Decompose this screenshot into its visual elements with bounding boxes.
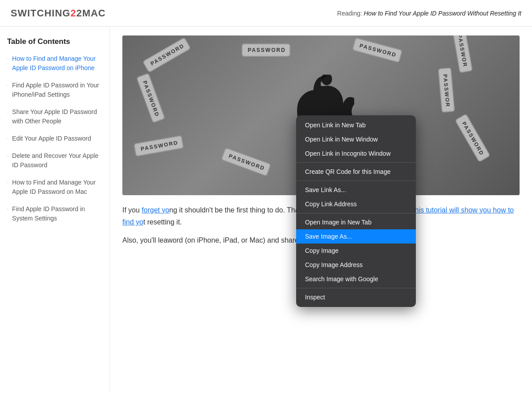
context-menu: Open Link in New TabOpen Link in New Win… bbox=[296, 115, 416, 307]
password-sign-5: PASSWORD bbox=[133, 135, 184, 157]
context-menu-item-cm-6[interactable]: Copy Link Address bbox=[296, 197, 416, 211]
main-layout: Table of Contents ·How to Find and Manag… bbox=[0, 27, 532, 393]
sidebar: Table of Contents ·How to Find and Manag… bbox=[0, 27, 110, 393]
toc-item-item-1: ·How to Find and Manage Your Apple ID Pa… bbox=[7, 54, 102, 73]
context-menu-item-cm-9[interactable]: Copy Image bbox=[296, 244, 416, 258]
context-menu-item-cm-8[interactable]: Save Image As... bbox=[296, 229, 416, 244]
toc-link-item-2[interactable]: Find Apple ID Password in Your iPhone/iP… bbox=[12, 81, 102, 99]
article-link-1[interactable]: forget yo bbox=[142, 206, 169, 214]
content-area: PASSWORDPASSWORDPASSWORDPASSWORPASSWORDP… bbox=[110, 27, 532, 393]
password-sign-1: PASSWORD bbox=[242, 43, 290, 57]
context-menu-separator bbox=[296, 181, 416, 181]
toc-item-item-2: ·Find Apple ID Password in Your iPhone/i… bbox=[7, 81, 102, 99]
toc-item-item-6: ·How to Find and Manage Your Apple ID Pa… bbox=[7, 178, 102, 196]
password-sign-0: PASSWORD bbox=[142, 37, 191, 73]
toc-bullet: · bbox=[7, 179, 8, 185]
context-menu-item-cm-1[interactable]: Open Link in New Tab bbox=[296, 118, 416, 132]
toc-item-item-5: ·Delete and Recover Your Apple ID Passwo… bbox=[7, 151, 102, 170]
context-menu-item-cm-5[interactable]: Save Link As... bbox=[296, 183, 416, 197]
reading-title: How to Find Your Apple ID Password Witho… bbox=[364, 10, 522, 17]
toc-title: Table of Contents bbox=[7, 37, 102, 46]
context-menu-item-cm-12[interactable]: Inspect bbox=[296, 290, 416, 304]
toc-bullet: · bbox=[7, 109, 8, 115]
password-sign-8: PASSWORD bbox=[454, 114, 490, 162]
toc-bullet: · bbox=[7, 206, 8, 212]
password-sign-6: PASSWORD bbox=[221, 147, 271, 177]
toc-list: ·How to Find and Manage Your Apple ID Pa… bbox=[7, 54, 102, 223]
toc-link-item-6[interactable]: How to Find and Manage Your Apple ID Pas… bbox=[12, 178, 102, 196]
site-logo[interactable]: SWITCHING22MAC bbox=[11, 8, 106, 19]
toc-link-item-3[interactable]: Share Your Apple ID Password with Other … bbox=[12, 107, 102, 126]
toc-item-item-4: ·Edit Your Apple ID Password bbox=[7, 134, 102, 143]
context-menu-item-cm-4[interactable]: Create QR Code for this Image bbox=[296, 165, 416, 179]
context-menu-item-cm-2[interactable]: Open Link in New Window bbox=[296, 132, 416, 146]
toc-bullet: · bbox=[7, 153, 8, 159]
toc-link-item-1[interactable]: How to Find and Manage Your Apple ID Pas… bbox=[12, 54, 102, 73]
context-menu-separator bbox=[296, 213, 416, 213]
toc-bullet: · bbox=[7, 82, 8, 88]
toc-link-item-7[interactable]: Find Apple ID Password in System Setting… bbox=[12, 204, 102, 223]
svg-point-0 bbox=[321, 75, 332, 85]
context-menu-item-cm-3[interactable]: Open Link in Incognito Window bbox=[296, 146, 416, 161]
context-menu-item-cm-10[interactable]: Copy Image Address bbox=[296, 258, 416, 272]
header: SWITCHING22MAC Reading: How to Find Your… bbox=[0, 0, 532, 27]
context-menu-separator bbox=[296, 288, 416, 288]
password-sign-4: PASSWORD bbox=[136, 73, 165, 123]
context-menu-item-cm-7[interactable]: Open Image in New Tab bbox=[296, 215, 416, 229]
reading-label: Reading: How to Find Your Apple ID Passw… bbox=[337, 10, 521, 17]
toc-link-item-4[interactable]: Edit Your Apple ID Password bbox=[12, 134, 91, 143]
toc-link-item-5[interactable]: Delete and Recover Your Apple ID Passwor… bbox=[12, 151, 102, 170]
toc-bullet: · bbox=[7, 55, 8, 62]
logo-separator: 2 bbox=[70, 8, 76, 19]
context-menu-item-cm-11[interactable]: Search Image with Google bbox=[296, 272, 416, 286]
toc-item-item-3: ·Share Your Apple ID Password with Other… bbox=[7, 107, 102, 126]
toc-item-item-7: ·Find Apple ID Password in System Settin… bbox=[7, 204, 102, 223]
context-menu-separator bbox=[296, 162, 416, 163]
password-sign-9: PASSWOR bbox=[438, 67, 455, 113]
logo-text-2: 2MAC bbox=[76, 8, 106, 19]
toc-bullet: · bbox=[7, 135, 8, 141]
logo-text-1: SWITCHING bbox=[11, 8, 70, 19]
password-sign-2: PASSWORD bbox=[352, 37, 403, 63]
password-sign-3: PASSWOR bbox=[452, 35, 473, 73]
